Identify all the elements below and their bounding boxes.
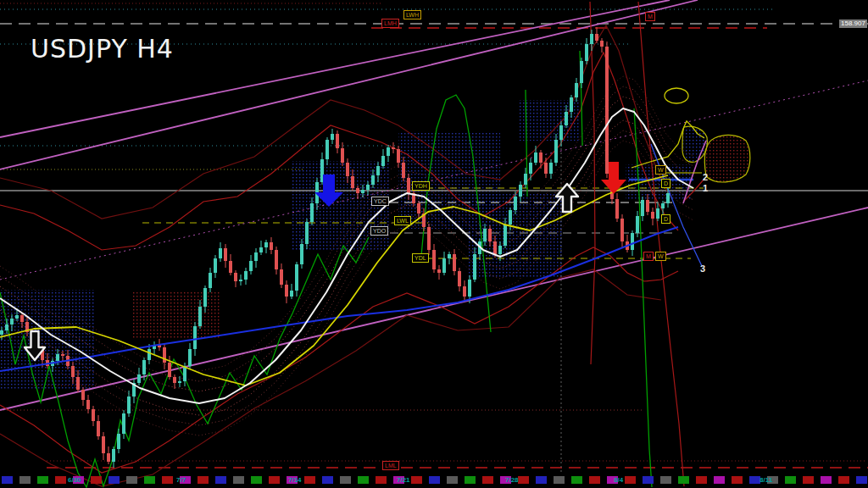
level-label-lmh[interactable]: LMH	[381, 19, 399, 28]
session-block	[536, 476, 547, 484]
candle	[514, 197, 517, 210]
candle	[432, 250, 436, 269]
session-block	[571, 476, 582, 484]
candle	[259, 247, 263, 252]
candle	[209, 273, 212, 288]
session-block	[838, 476, 849, 484]
level-label-lwh[interactable]: LWH	[403, 10, 421, 19]
time-axis-date: 7/14	[288, 476, 302, 484]
candle	[92, 409, 95, 421]
candle	[615, 199, 619, 219]
candle	[458, 271, 461, 286]
session-block	[856, 476, 867, 484]
level-label-lwl[interactable]: LWL	[394, 216, 411, 225]
session-block	[447, 476, 458, 484]
level-label-w[interactable]: W	[655, 165, 666, 175]
level-label-d[interactable]: D	[661, 214, 670, 224]
chart-window[interactable]: 213 USDJPY H4 158.907 LWHLMHMYDHYDCLWLYD…	[0, 0, 868, 488]
level-label-m[interactable]: M	[645, 12, 655, 21]
candle	[381, 156, 385, 166]
candle	[102, 436, 105, 453]
chart-canvas[interactable]: 213	[0, 0, 868, 488]
level-label-d[interactable]: D	[661, 179, 670, 188]
candle	[168, 363, 171, 377]
wave-number: 1	[703, 183, 708, 193]
level-label-lml[interactable]: LML	[382, 461, 399, 470]
candle	[71, 366, 75, 377]
level-label-w[interactable]: W	[655, 252, 666, 261]
session-block	[803, 476, 814, 484]
level-label-ydo[interactable]: YDO	[370, 226, 388, 236]
candle	[81, 390, 85, 400]
level-label-m[interactable]: M	[643, 252, 654, 261]
candle	[631, 233, 634, 250]
candle	[473, 254, 476, 280]
session-block	[696, 476, 707, 484]
candle	[142, 360, 146, 374]
candle	[656, 208, 659, 219]
candle	[402, 163, 405, 178]
candle	[509, 210, 512, 225]
session-block	[482, 476, 493, 484]
session-block	[678, 476, 689, 484]
session-block	[126, 476, 137, 484]
ribbon-line	[0, 97, 693, 391]
candle	[387, 147, 390, 156]
candle	[214, 258, 217, 273]
candle	[559, 125, 563, 140]
candle	[264, 242, 268, 247]
session-block	[660, 476, 671, 484]
candle	[76, 377, 80, 390]
candle	[575, 83, 578, 97]
candle	[295, 264, 298, 291]
candle	[376, 166, 380, 175]
session-block	[518, 476, 529, 484]
candle	[468, 280, 471, 297]
candle	[56, 354, 59, 361]
session-block	[304, 476, 315, 484]
candle	[310, 203, 314, 222]
session-block	[269, 476, 280, 484]
indicator-cloud	[131, 291, 220, 339]
time-axis-date: 7/7	[176, 476, 186, 484]
candle	[280, 269, 283, 285]
candle	[336, 134, 339, 148]
session-block	[411, 476, 422, 484]
candle	[463, 286, 466, 297]
candle	[275, 250, 278, 269]
level-label-ydl[interactable]: YDL	[412, 253, 429, 263]
candle	[249, 261, 253, 271]
candle	[666, 193, 670, 203]
time-axis-date: 7/21	[397, 476, 410, 484]
candle	[570, 97, 573, 112]
candle	[534, 152, 537, 163]
candle	[173, 377, 176, 383]
candle	[397, 149, 400, 163]
red-down-arrow[interactable]	[601, 162, 626, 194]
candle	[178, 381, 181, 383]
time-axis-date: 7/28	[505, 476, 519, 484]
candle	[417, 203, 420, 214]
candle	[193, 326, 197, 349]
candle	[244, 271, 248, 280]
candle	[341, 148, 344, 163]
candle	[219, 248, 222, 258]
wave-number: 2	[703, 172, 708, 182]
candle	[254, 252, 258, 261]
candle	[488, 229, 492, 241]
session-block	[376, 476, 387, 484]
candle	[0, 330, 3, 335]
candle	[127, 396, 131, 413]
session-block	[732, 476, 743, 484]
candle	[361, 190, 364, 193]
candle	[651, 212, 654, 219]
time-axis: 6/307/77/147/217/288/48/11	[0, 475, 868, 485]
candle	[498, 246, 502, 254]
session-block	[589, 476, 600, 484]
session-block	[340, 476, 351, 484]
level-label-ydh[interactable]: YDH	[412, 181, 430, 191]
candle	[163, 347, 166, 363]
session-block	[19, 476, 31, 484]
session-block	[625, 476, 636, 484]
level-label-ydc[interactable]: YDC	[371, 197, 389, 206]
